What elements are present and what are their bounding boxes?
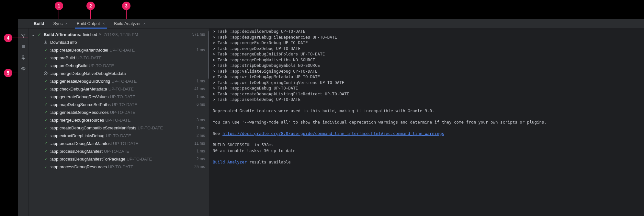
task-status: UP-TO-DATE [109,48,135,53]
task-status: UP-TO-DATE [104,149,129,154]
task-timing: 1 ms [197,48,205,52]
task-row[interactable]: ✓:app:generateDebugBuildConfigUP-TO-DATE… [29,77,209,85]
task-status: UP-TO-DATE [111,79,137,84]
task-name: :app:processDebugManifestForPackage [50,157,125,162]
console-text: 30 actionable tasks: 30 up-to-date [213,148,296,153]
task-row[interactable]: ✓:app:processDebugMainManifestUP-TO-DATE… [29,139,209,147]
check-icon: ✓ [42,110,49,115]
root-finished: finished [83,32,97,37]
check-icon: ✓ [42,126,49,130]
view-icon[interactable] [20,66,27,72]
check-icon: ✓ [42,94,49,99]
callout-line [12,73,17,73]
check-icon: ✓ [42,48,49,53]
task-name: :app:generateDebugResValues [50,94,108,99]
task-row[interactable]: ✓:app:checkDebugAarMetadataUP-TO-DATE41 … [29,85,209,93]
scrollbar-thumb[interactable] [208,30,209,79]
svg-point-6 [23,68,24,69]
tab-build-output[interactable]: Build Output× [72,19,109,28]
task-row[interactable]: ✓:app:processDebugResourcesUP-TO-DATE25 … [29,163,209,171]
tab-build[interactable]: Build [29,19,49,28]
pin-icon[interactable] [20,54,27,61]
task-name: :app:processDebugMainManifest [50,141,112,146]
console-output[interactable]: > Task :app:dexBuilderDebug UP-TO-DATE >… [209,29,644,216]
console-text: See [213,131,222,136]
task-status: UP-TO-DATE [108,87,134,91]
task-row[interactable]: ✓:app:preDebugBuildUP-TO-DATE [29,62,209,69]
task-status: UP-TO-DATE [76,55,102,60]
tab-label: Build [34,21,44,26]
callout-2: 2 [86,2,95,10]
close-icon[interactable]: × [65,21,68,26]
callout-line [90,10,91,19]
task-row[interactable]: ✓:app:generateDebugResValuesUP-TO-DATE1 … [29,93,209,101]
task-name: :app:generateDebugResources [50,110,109,115]
check-icon: ✓ [42,102,49,107]
download-icon [42,40,49,44]
task-name: :app:createDebugCompatibleScreenManifest… [50,126,136,130]
task-status: UP-TO-DATE [89,63,114,68]
check-icon: ✓ [42,157,49,162]
tree-download[interactable]: Download info [29,38,209,46]
task-timing: 1 ms [197,94,205,99]
build-tool-window: Build Sync× Build Output× Build Analyzer… [18,19,644,216]
task-timing: 3 ms [197,118,205,122]
root-timestamp: At 7/11/23, 12:15 PM [98,32,138,37]
callout-1: 1 [55,2,63,10]
task-row[interactable]: :app:mergeDebugNativeDebugMetadata [29,69,209,77]
close-icon[interactable]: × [143,21,146,26]
task-status: UP-TO-DATE [110,110,135,115]
build-analyzer-link[interactable]: Build Analyzer [213,160,247,164]
task-row[interactable]: ✓:app:preBuildUP-TO-DATE [29,54,209,62]
tab-build-analyzer[interactable]: Build Analyzer× [109,19,150,28]
task-row[interactable]: ✓:app:createDebugVariantModelUP-TO-DATE1… [29,46,209,54]
tab-label: Build Output [77,21,100,26]
callout-line [12,38,28,38]
task-row[interactable]: ✓:app:processDebugManifestUP-TO-DATE1 ms [29,147,209,155]
callout-4: 4 [4,34,12,42]
task-name: :app:mergeDebugResources [50,118,104,123]
task-timing: 1 ms [197,149,205,153]
check-icon: ✓ [42,149,49,154]
console-text: Deprecated Gradle features were used in … [213,108,435,113]
console-text: You can use '--warning-mode all' to show… [213,120,547,125]
task-row[interactable]: ✓:app:mapDebugSourceSetPathsUP-TO-DATE6 … [29,101,209,108]
task-status: UP-TO-DATE [127,157,152,162]
close-icon[interactable]: × [103,21,105,26]
task-status: UP-TO-DATE [108,164,133,169]
task-timing: 2 ms [197,133,205,138]
task-row[interactable]: ✓:app:generateDebugResourcesUP-TO-DATE [29,108,209,116]
task-row[interactable]: ✓:app:createDebugCompatibleScreenManifes… [29,124,209,132]
task-row[interactable]: ✓:app:extractDeepLinksDebugUP-TO-DATE2 m… [29,132,209,139]
svg-rect-5 [22,45,25,48]
root-title: Build Affirmations: [44,32,82,37]
task-name: :app:mergeDebugNativeDebugMetadata [50,71,126,76]
content-row: ⌄ ✓ Build Affirmations: finished At 7/11… [18,29,644,216]
task-name: :app:processDebugResources [50,164,107,169]
task-name: :app:mapDebugSourceSetPaths [50,102,110,107]
task-timing: 1 ms [197,79,205,83]
task-status: UP-TO-DATE [112,102,137,107]
callout-line [59,10,59,19]
tab-label: Build Analyzer [114,21,141,26]
root-timing: 571 ms [192,32,205,37]
task-name: :app:checkDebugAarMetadata [50,87,107,91]
task-row[interactable]: ✓:app:mergeDebugResourcesUP-TO-DATE3 ms [29,116,209,124]
tree-root[interactable]: ⌄ ✓ Build Affirmations: finished At 7/11… [29,30,209,38]
chevron-down-icon[interactable]: ⌄ [31,32,36,37]
stop-icon[interactable] [20,43,27,50]
console-text: results available [247,160,290,164]
callout-3: 3 [122,2,130,10]
build-tree-panel[interactable]: ⌄ ✓ Build Affirmations: finished At 7/11… [29,29,209,216]
task-timing: 6 ms [197,102,205,107]
skip-icon [42,71,49,76]
docs-link[interactable]: https://docs.gradle.org/8.0/userguide/co… [222,131,444,136]
tab-sync[interactable]: Sync× [49,19,73,28]
check-icon: ✓ [42,63,49,68]
task-status: UP-TO-DATE [105,118,130,123]
task-status: UP-TO-DATE [113,141,138,146]
task-name: :app:createDebugVariantModel [50,48,108,53]
check-icon: ✓ [42,55,49,60]
download-label: Download info [50,40,77,45]
task-row[interactable]: ✓:app:processDebugManifestForPackageUP-T… [29,155,209,163]
